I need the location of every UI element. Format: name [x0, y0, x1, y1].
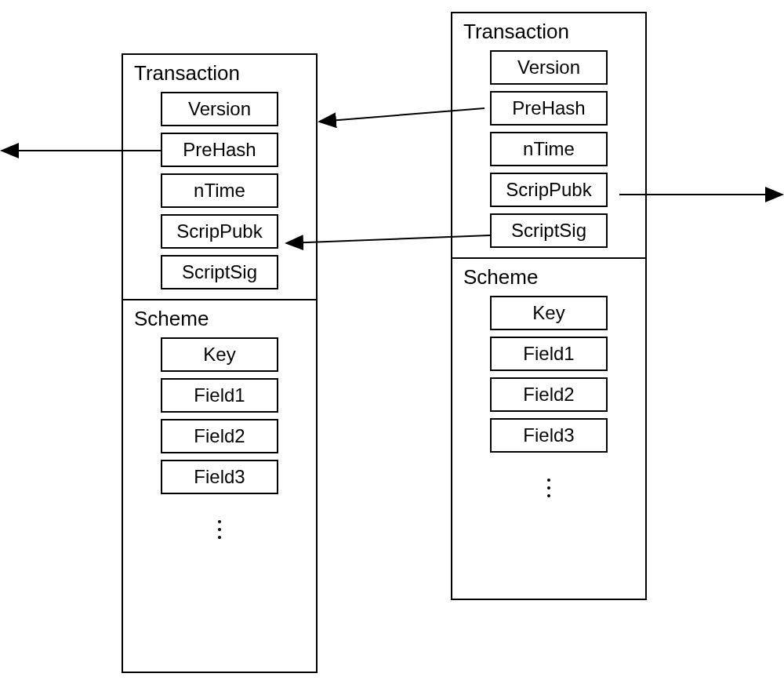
field-prehash: PreHash — [490, 91, 608, 126]
field-field3: Field3 — [161, 460, 278, 494]
ellipsis-icon — [462, 460, 636, 515]
field-key: Key — [490, 296, 608, 330]
field-field2: Field2 — [161, 419, 278, 453]
field-scrippubk: ScripPubk — [161, 214, 278, 249]
field-key: Key — [161, 337, 278, 372]
section-scheme: SchemeKeyField1Field2Field3 — [452, 257, 645, 525]
field-field2: Field2 — [490, 377, 608, 412]
field-version: Version — [490, 50, 608, 85]
field-scriptsig: ScriptSig — [490, 213, 608, 248]
field-version: Version — [161, 92, 278, 126]
section-transaction: TransactionVersionPreHashnTimeScripPubkS… — [123, 55, 316, 299]
field-ntime: nTime — [490, 132, 608, 166]
section-title: Transaction — [132, 61, 307, 86]
field-ntime: nTime — [161, 173, 278, 208]
section-transaction: TransactionVersionPreHashnTimeScripPubkS… — [452, 13, 645, 257]
field-prehash: PreHash — [161, 133, 278, 167]
ellipsis-icon — [132, 502, 307, 557]
block-left: TransactionVersionPreHashnTimeScripPubkS… — [122, 53, 318, 673]
field-scrippubk: ScripPubk — [490, 173, 608, 207]
block-right: TransactionVersionPreHashnTimeScripPubkS… — [451, 12, 647, 600]
field-field1: Field1 — [161, 378, 278, 413]
section-scheme: SchemeKeyField1Field2Field3 — [123, 299, 316, 566]
section-title: Scheme — [132, 307, 307, 331]
section-title: Scheme — [462, 265, 636, 289]
field-field1: Field1 — [490, 337, 608, 371]
field-field3: Field3 — [490, 418, 608, 453]
section-title: Transaction — [462, 20, 636, 44]
field-scriptsig: ScriptSig — [161, 255, 278, 289]
